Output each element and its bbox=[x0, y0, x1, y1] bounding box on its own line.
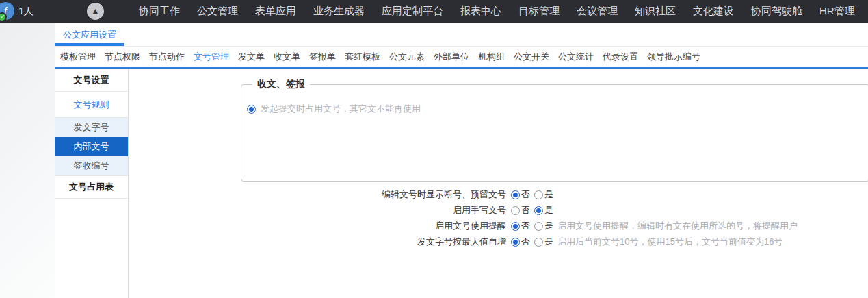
setting-label: 发文字号按最大值自增 bbox=[129, 236, 506, 248]
sidebar-header-docnumber-settings[interactable]: 文号设置 bbox=[55, 69, 128, 92]
user-count-label: 1人 bbox=[18, 0, 34, 23]
radio-option-yes[interactable]: 是 bbox=[534, 188, 553, 201]
radio-no-label: 否 bbox=[521, 204, 530, 216]
subtab-proxy-settings[interactable]: 代录设置 bbox=[603, 51, 638, 63]
nav-item-collaboration[interactable]: 协同工作 bbox=[139, 5, 180, 18]
sidebar-item-docnumber-rules[interactable]: 文号规则 bbox=[55, 92, 128, 118]
setting-row-show-broken-number: 编辑文号时显示断号、预留文号 否 是 bbox=[129, 187, 868, 202]
radio-yes-unselected[interactable] bbox=[534, 222, 543, 231]
topbar: f ✓ 1人 ▲ 协同工作 公文管理 表单应用 业务生成器 应用定制平台 报表中… bbox=[0, 0, 868, 23]
setting-label: 编辑文号时显示断号、预留文号 bbox=[129, 188, 506, 201]
nav-item-hr-mgmt[interactable]: HR管理 bbox=[819, 5, 855, 18]
radio-option-yes[interactable]: 是 bbox=[534, 236, 553, 248]
radio-option-no[interactable]: 否 bbox=[511, 204, 530, 216]
nav-item-goal-mgmt[interactable]: 目标管理 bbox=[518, 5, 560, 18]
sidebar-subgroup: 发文字号 内部文号 签收编号 bbox=[55, 118, 128, 176]
radio-option-yes[interactable]: 是 bbox=[534, 204, 553, 216]
subtab-incoming-doc[interactable]: 收文单 bbox=[274, 51, 300, 63]
radio-yes-label: 是 bbox=[544, 188, 553, 201]
top-navigation: 协同工作 公文管理 表单应用 业务生成器 应用定制平台 报表中心 目标管理 会议… bbox=[139, 0, 855, 23]
radio-group: 否 是 bbox=[511, 236, 553, 248]
subtab-doc-statistics[interactable]: 公文统计 bbox=[558, 51, 594, 63]
setting-label: 启用文号使用提醒 bbox=[129, 220, 506, 232]
radio-group: 否 是 bbox=[511, 188, 553, 201]
sidebar-header-number-usage-table[interactable]: 文号占用表 bbox=[55, 176, 128, 199]
nav-item-app-custom-platform[interactable]: 应用定制平台 bbox=[382, 5, 443, 18]
radio-no-label: 否 bbox=[521, 220, 530, 232]
radio-option-yes[interactable]: 是 bbox=[534, 220, 553, 232]
subtab-node-permission[interactable]: 节点权限 bbox=[105, 51, 140, 63]
main-content: 收文、签报 发起提交时占用文号，其它文不能再使用 编辑文号时显示断号、预留文号 … bbox=[129, 69, 868, 298]
setting-label: 启用手写文号 bbox=[129, 204, 506, 216]
subtab-red-template[interactable]: 套红模板 bbox=[345, 51, 380, 63]
nav-item-cockpit[interactable]: 协同驾驶舱 bbox=[751, 5, 802, 18]
setting-row-auto-increment-max: 发文字号按最大值自增 否 是 启用后当前文号10号，使用15号后，文号当前值变为… bbox=[129, 234, 868, 249]
user-avatar[interactable]: f ✓ bbox=[0, 2, 14, 20]
app-logo-icon[interactable]: ▲ bbox=[87, 3, 104, 20]
sub-tab-bar: 模板管理 节点权限 节点动作 文号管理 发文单 收文单 签报单 套红模板 公文元… bbox=[55, 47, 868, 69]
nav-item-meeting-mgmt[interactable]: 会议管理 bbox=[577, 5, 618, 18]
radio-option-no[interactable]: 否 bbox=[511, 236, 530, 248]
radio-option-no[interactable]: 否 bbox=[511, 220, 530, 232]
radio-yes-unselected[interactable] bbox=[534, 190, 543, 199]
radio-no-unselected[interactable] bbox=[511, 206, 520, 215]
sidebar-item-receipt-number[interactable]: 签收编号 bbox=[55, 156, 128, 175]
subtab-leader-comment-number[interactable]: 领导批示编号 bbox=[647, 51, 700, 63]
subtab-node-action[interactable]: 节点动作 bbox=[149, 51, 185, 63]
setting-row-number-usage-reminder: 启用文号使用提醒 否 是 启用文号使用提醒，编辑时有文在使用所选的号，将提醒用户 bbox=[129, 219, 868, 234]
sidebar: 文号设置 文号规则 发文字号 内部文号 签收编号 文号占用表 bbox=[55, 69, 129, 298]
radio-no-label: 否 bbox=[521, 236, 530, 248]
logo-arrow-icon: ▲ bbox=[92, 7, 100, 15]
radio-group: 否 是 bbox=[511, 204, 553, 216]
nav-item-business-builder[interactable]: 业务生成器 bbox=[313, 5, 365, 18]
nav-item-culture[interactable]: 文化建设 bbox=[693, 5, 734, 18]
receive-sign-group-box: 收文、签报 发起提交时占用文号，其它文不能再使用 bbox=[241, 84, 868, 182]
page: f ✓ 1人 ▲ 协同工作 公文管理 表单应用 业务生成器 应用定制平台 报表中… bbox=[0, 0, 868, 298]
subtab-docnumber-mgmt[interactable]: 文号管理 bbox=[194, 51, 229, 63]
active-tab-underline bbox=[55, 43, 124, 46]
nav-item-form-app[interactable]: 表单应用 bbox=[255, 5, 296, 18]
app-tab-bar: 公文应用设置 bbox=[55, 23, 868, 47]
group-box-legend: 收文、签报 bbox=[252, 78, 310, 90]
sidebar-item-internal-number[interactable]: 内部文号 bbox=[55, 137, 128, 156]
radio-yes-label: 是 bbox=[544, 220, 553, 232]
setting-hint: 启用后当前文号10号，使用15号后，文号当前值变为16号 bbox=[557, 236, 782, 248]
sidebar-item-outgoing-number[interactable]: 发文字号 bbox=[55, 118, 128, 137]
setting-hint: 启用文号使用提醒，编辑时有文在使用所选的号，将提醒用户 bbox=[557, 220, 798, 232]
left-collapsed-panel bbox=[0, 23, 55, 298]
occupy-number-option-label: 发起提交时占用文号，其它文不能再使用 bbox=[261, 103, 421, 115]
nav-item-knowledge-community[interactable]: 知识社区 bbox=[635, 5, 676, 18]
subtab-sign-report[interactable]: 签报单 bbox=[309, 51, 336, 63]
radio-yes-unselected[interactable] bbox=[534, 238, 543, 247]
subtab-doc-switch[interactable]: 公文开关 bbox=[514, 51, 549, 63]
online-status-check-icon: ✓ bbox=[0, 12, 7, 22]
radio-yes-label: 是 bbox=[544, 204, 553, 216]
radio-no-selected[interactable] bbox=[511, 238, 520, 247]
subtab-doc-elements[interactable]: 公文元素 bbox=[389, 51, 425, 63]
subtab-template-mgmt[interactable]: 模板管理 bbox=[60, 51, 96, 63]
occupy-number-radio[interactable] bbox=[247, 105, 256, 114]
radio-option-no[interactable]: 否 bbox=[511, 188, 530, 201]
nav-item-document-mgmt[interactable]: 公文管理 bbox=[197, 5, 238, 18]
radio-yes-label: 是 bbox=[544, 236, 553, 248]
radio-no-selected[interactable] bbox=[511, 190, 520, 199]
subtab-org-group[interactable]: 机构组 bbox=[478, 51, 505, 63]
radio-no-label: 否 bbox=[521, 188, 530, 201]
subtab-outgoing-doc[interactable]: 发文单 bbox=[238, 51, 265, 63]
setting-row-handwritten-number: 启用手写文号 否 是 bbox=[129, 203, 868, 218]
subtab-external-units[interactable]: 外部单位 bbox=[434, 51, 469, 63]
radio-group: 否 是 bbox=[511, 220, 553, 232]
nav-item-report-center[interactable]: 报表中心 bbox=[460, 5, 501, 18]
occupy-number-option: 发起提交时占用文号，其它文不能再使用 bbox=[247, 103, 421, 115]
radio-no-selected[interactable] bbox=[511, 222, 520, 231]
radio-yes-selected[interactable] bbox=[534, 206, 543, 215]
